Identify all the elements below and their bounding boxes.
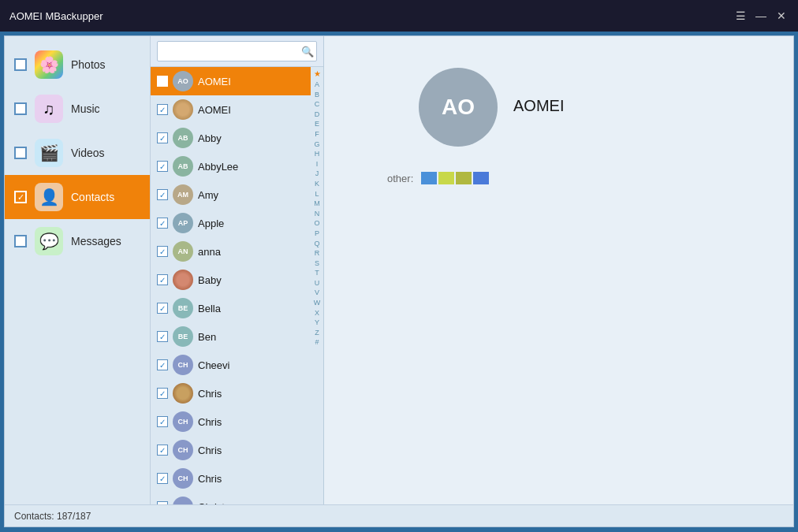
alpha-letter[interactable]: C (315, 99, 320, 110)
close-button[interactable]: ✕ (774, 9, 789, 23)
contact-item[interactable]: BE Bella (151, 294, 311, 322)
alpha-letter[interactable]: L (315, 189, 319, 199)
alpha-letter[interactable]: E (315, 119, 319, 129)
contact-avatar (173, 99, 193, 120)
sidebar-icon-messages: 💬 (35, 227, 63, 255)
alpha-letter[interactable]: A (315, 80, 319, 90)
alpha-letter[interactable]: Y (315, 318, 319, 328)
contact-check[interactable] (157, 218, 168, 229)
contact-item[interactable]: CH Christ (151, 493, 311, 504)
contact-check[interactable] (157, 161, 168, 172)
alpha-letter[interactable]: S (315, 259, 319, 269)
alpha-letter[interactable]: Q (314, 239, 319, 249)
sidebar-item-messages[interactable]: 💬 Messages (5, 219, 150, 263)
sidebar-check-videos[interactable] (14, 147, 27, 159)
sidebar-label-music: Music (71, 102, 100, 115)
alpha-letter[interactable]: N (315, 209, 320, 219)
color-block (473, 172, 489, 184)
alpha-letter[interactable]: U (315, 278, 320, 288)
alpha-letter[interactable]: V (315, 288, 319, 298)
minimize-button[interactable]: — (754, 9, 768, 23)
contact-name: Amy (198, 189, 218, 201)
alpha-letter[interactable]: Z (315, 328, 319, 338)
alpha-letter[interactable]: # (315, 337, 319, 348)
alpha-letter[interactable]: J (315, 169, 319, 179)
contact-item[interactable]: AM Amy (151, 180, 311, 209)
sidebar-item-videos[interactable]: 🎬 Videos (5, 131, 150, 175)
contact-check[interactable] (157, 303, 168, 314)
alpha-letter[interactable]: X (315, 308, 319, 318)
contact-item[interactable]: CH Cheevi (151, 351, 311, 379)
contact-check[interactable] (157, 132, 168, 143)
contact-item[interactable]: Chris (151, 379, 311, 407)
menu-button[interactable]: ☰ (733, 9, 748, 23)
contact-name: AbbyLee (198, 161, 238, 173)
contact-item[interactable]: CH Chris (151, 436, 311, 464)
alpha-letter[interactable]: F (315, 129, 319, 140)
contact-avatar: AM (173, 184, 193, 205)
alpha-letter[interactable]: D (315, 110, 320, 120)
contact-check[interactable] (157, 388, 168, 399)
contact-name: Abby (198, 132, 222, 144)
contact-avatar: AP (173, 213, 193, 233)
search-input[interactable] (157, 41, 317, 61)
contact-item[interactable]: Baby (151, 266, 311, 294)
search-icon[interactable]: 🔍 (301, 46, 314, 58)
alpha-letter[interactable]: G (314, 140, 319, 150)
alpha-letter[interactable]: W (314, 298, 321, 308)
alpha-letter[interactable]: R (315, 248, 320, 259)
contact-check[interactable] (157, 76, 168, 87)
contact-avatar: AN (173, 241, 193, 262)
sidebar-check-contacts[interactable] (14, 191, 27, 203)
contact-check[interactable] (157, 359, 168, 370)
alpha-letter[interactable]: I (316, 159, 319, 169)
contact-name: Chris (198, 416, 222, 428)
contact-check[interactable] (157, 274, 168, 285)
alpha-letter[interactable]: H (315, 149, 320, 159)
contact-check[interactable] (157, 189, 168, 200)
sidebar-check-photos[interactable] (14, 58, 27, 71)
contact-check[interactable] (157, 416, 168, 427)
contact-item[interactable]: AOMEI (151, 95, 311, 124)
contact-check[interactable] (157, 104, 168, 115)
sidebar-icon-music: ♫ (35, 95, 63, 123)
contact-name: Baby (198, 274, 222, 286)
contact-check[interactable] (157, 246, 168, 257)
sidebar-icon-videos: 🎬 (35, 139, 63, 167)
alpha-letter[interactable]: K (315, 179, 319, 189)
alpha-letter[interactable]: B (315, 90, 319, 100)
contact-item[interactable]: AO AOMEI (151, 67, 311, 95)
contact-name: Bella (198, 303, 221, 314)
alpha-letter[interactable]: ★ (314, 69, 321, 80)
alpha-letter[interactable]: P (315, 229, 319, 239)
sidebar-item-photos[interactable]: 🌸 Photos (5, 43, 150, 87)
sidebar-item-contacts[interactable]: 👤 Contacts (5, 175, 150, 219)
contact-item[interactable]: AB Abby (151, 124, 311, 152)
contact-item[interactable]: AB AbbyLee (151, 152, 311, 180)
contact-avatar: AB (173, 128, 193, 148)
search-bar: 🔍 (151, 36, 323, 67)
sidebar: 🌸 Photos ♫ Music 🎬 Videos 👤 Contacts 💬 M… (5, 36, 151, 504)
sidebar-item-music[interactable]: ♫ Music (5, 87, 150, 131)
sidebar-check-messages[interactable] (14, 235, 27, 247)
alpha-letter[interactable]: O (314, 218, 319, 229)
contact-check[interactable] (157, 445, 168, 456)
contact-item[interactable]: AP Apple (151, 209, 311, 237)
contact-list-wrap: AO AOMEI AOMEI AB Abby AB AbbyLee AM Amy… (151, 67, 323, 504)
sidebar-check-music[interactable] (14, 102, 27, 115)
contact-item[interactable]: CH Chris (151, 464, 311, 493)
contact-avatar: AO (173, 71, 193, 91)
alpha-letter[interactable]: M (314, 199, 320, 209)
contact-item[interactable]: CH Chris (151, 407, 311, 436)
alpha-letter[interactable]: T (315, 268, 319, 278)
contact-avatar: CH (173, 440, 193, 460)
contact-item[interactable]: BE Ben (151, 322, 311, 351)
contact-name: Chris (198, 388, 222, 400)
contact-item[interactable]: AN anna (151, 237, 311, 266)
contact-check[interactable] (157, 331, 168, 342)
contact-panel: 🔍 AO AOMEI AOMEI AB Abby AB AbbyLee AM A… (151, 36, 324, 504)
alpha-index: ★ABCDEFGHIJKLMNOPQRSTUVWXYZ# (311, 67, 323, 504)
sidebar-label-messages: Messages (71, 235, 121, 247)
contact-name: AOMEI (198, 76, 231, 87)
contact-check[interactable] (157, 473, 168, 484)
